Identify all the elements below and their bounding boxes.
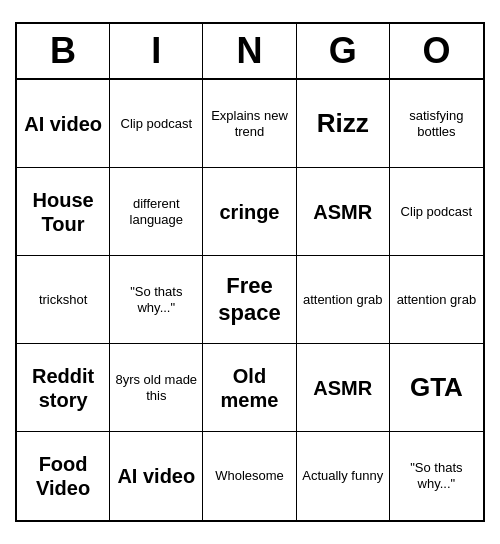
bingo-letter-o: O — [390, 24, 483, 78]
bingo-cell-8: ASMR — [297, 168, 390, 256]
bingo-cell-9: Clip podcast — [390, 168, 483, 256]
bingo-grid: AI videoClip podcastExplains new trendRi… — [17, 80, 483, 520]
bingo-cell-10: trickshot — [17, 256, 110, 344]
bingo-letter-n: N — [203, 24, 296, 78]
bingo-cell-16: 8yrs old made this — [110, 344, 203, 432]
bingo-cell-11: "So thats why..." — [110, 256, 203, 344]
bingo-cell-21: AI video — [110, 432, 203, 520]
bingo-cell-3: Rizz — [297, 80, 390, 168]
bingo-cell-0: AI video — [17, 80, 110, 168]
bingo-cell-5: House Tour — [17, 168, 110, 256]
bingo-cell-15: Reddit story — [17, 344, 110, 432]
bingo-cell-22: Wholesome — [203, 432, 296, 520]
bingo-cell-18: ASMR — [297, 344, 390, 432]
bingo-letter-g: G — [297, 24, 390, 78]
bingo-cell-4: satisfying bottles — [390, 80, 483, 168]
bingo-cell-24: "So thats why..." — [390, 432, 483, 520]
bingo-cell-12: Free space — [203, 256, 296, 344]
bingo-cell-1: Clip podcast — [110, 80, 203, 168]
bingo-cell-17: Old meme — [203, 344, 296, 432]
bingo-letter-i: I — [110, 24, 203, 78]
bingo-cell-2: Explains new trend — [203, 80, 296, 168]
bingo-cell-7: cringe — [203, 168, 296, 256]
bingo-cell-23: Actually funny — [297, 432, 390, 520]
bingo-header: BINGO — [17, 24, 483, 80]
bingo-card: BINGO AI videoClip podcastExplains new t… — [15, 22, 485, 522]
bingo-cell-14: attention grab — [390, 256, 483, 344]
bingo-cell-6: different language — [110, 168, 203, 256]
bingo-cell-13: attention grab — [297, 256, 390, 344]
bingo-cell-19: GTA — [390, 344, 483, 432]
bingo-letter-b: B — [17, 24, 110, 78]
bingo-cell-20: Food Video — [17, 432, 110, 520]
